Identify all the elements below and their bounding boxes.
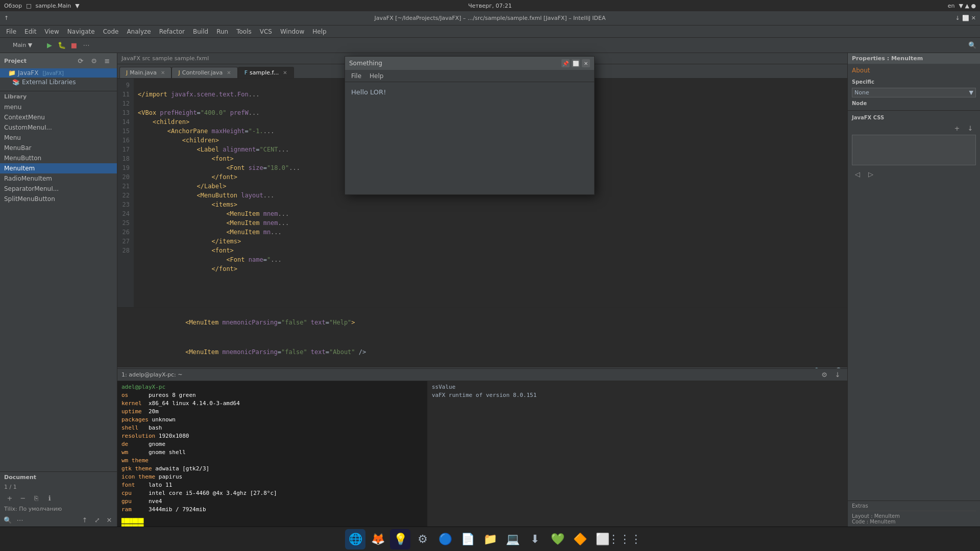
doc-remove-icon[interactable]: − <box>17 492 29 504</box>
dropdown-value: None <box>854 89 869 96</box>
tab-samplefxml[interactable]: F sample.f... ✕ <box>238 67 294 78</box>
floating-dialog: Something 📌 ⬜ ✕ File Help Hello LOR! <box>345 56 595 195</box>
doc-up-icon[interactable]: ↑ <box>79 514 90 525</box>
lib-menu[interactable]: menu <box>0 102 117 112</box>
tab-label-ctrl: Controller.java <box>182 69 223 76</box>
taskbar-orange-icon[interactable]: 🔶 <box>570 529 590 549</box>
menu-vcs[interactable]: VCS <box>256 27 276 36</box>
project-more-icon[interactable]: ≡ <box>102 55 113 66</box>
doc-info-icon[interactable]: ℹ <box>44 492 55 504</box>
project-sync-icon[interactable]: ⟳ <box>75 55 86 66</box>
toolbar-run-config[interactable]: Main ▼ <box>2 40 43 51</box>
library-content: menu ContextMenu CustomMenuI... Menu Men… <box>0 102 117 204</box>
taskbar-terminal-icon[interactable]: 💻 <box>502 529 523 549</box>
tab-close-2[interactable]: ✕ <box>283 70 287 76</box>
lib-radiomenuitem[interactable]: RadioMenuItem <box>0 173 117 184</box>
css-input-area[interactable] <box>852 135 976 165</box>
doc-copy-icon[interactable]: ⎘ <box>31 492 42 504</box>
terminal-settings-icon[interactable]: ⚙ <box>819 369 830 381</box>
menu-edit[interactable]: Edit <box>20 27 40 36</box>
taskbar-idea-icon[interactable]: 💡 <box>390 529 410 549</box>
menu-analyze[interactable]: Analyze <box>122 27 155 36</box>
taskbar-circle-icon[interactable]: 🔵 <box>435 529 455 549</box>
tab-close-0[interactable]: ✕ <box>161 70 165 76</box>
doc-search-icon[interactable]: 🔍 <box>2 514 13 525</box>
terminal-pane[interactable]: adel@playX-pc os pureos 8 green kernel x… <box>117 381 428 527</box>
menu-file[interactable]: File <box>2 27 20 36</box>
lib-menubar[interactable]: MenuBar <box>0 143 117 153</box>
menu-view[interactable]: View <box>40 27 63 36</box>
menu-window[interactable]: Window <box>276 27 308 36</box>
toolbar-more-btn[interactable]: ⋯ <box>81 40 92 51</box>
tree-item-javafx[interactable]: 📁 JavaFX [JavaFX] <box>0 68 117 78</box>
menu-refactor[interactable]: Refactor <box>155 27 189 36</box>
taskbar-doc-icon[interactable]: 📄 <box>457 529 478 549</box>
menu-help[interactable]: Help <box>308 27 330 36</box>
taskbar-settings-icon[interactable]: ⚙️ <box>412 529 433 549</box>
term-os-line: os pureos 8 green <box>121 391 423 399</box>
doc-more-icon[interactable]: ⋯ <box>14 514 26 525</box>
lib-menuitem[interactable]: MenuItem <box>0 163 117 173</box>
dialog-help-menu[interactable]: Help <box>365 71 387 81</box>
menu-navigate[interactable]: Navigate <box>63 27 99 36</box>
taskbar-download-icon[interactable]: ⬇️ <box>525 529 545 549</box>
lib-menu2[interactable]: Menu <box>0 133 117 143</box>
css-left-icon[interactable]: ◁ <box>852 168 863 180</box>
taskbar-green-icon[interactable]: 💚 <box>547 529 568 549</box>
menu-code[interactable]: Code <box>99 27 123 36</box>
properties-header: Properties : MenuItem <box>848 53 980 64</box>
tab-controller[interactable]: J Controller.java ✕ <box>172 67 237 78</box>
dialog-maximize-icon[interactable]: ⬜ <box>572 59 580 67</box>
lower-pane-header: 1: adelp@playX-pc: ~ ⚙ ↓ <box>117 369 847 381</box>
menu-build[interactable]: Build <box>189 27 212 36</box>
lib-splitmenubutton[interactable]: SplitMenuButton <box>0 194 117 204</box>
doc-default-label: Tilix: По умолчанию <box>0 505 117 513</box>
lib-separatormenu[interactable]: SeparatorMenuI... <box>0 184 117 194</box>
dialog-message: Hello LOR! <box>351 88 386 96</box>
toolbar-debug-btn[interactable]: 🐛 <box>56 40 67 51</box>
terminal-label[interactable]: 1: adelp@playX-pc: ~ <box>121 371 182 378</box>
toolbar: Main ▼ ▶ 🐛 ■ ⋯ 🔍 <box>0 38 980 53</box>
toolbar-run-btn[interactable]: ▶ <box>44 40 55 51</box>
term-wmtheme-line: wm theme <box>121 457 423 465</box>
css-down-icon[interactable]: ↓ <box>965 122 976 134</box>
project-gear-icon[interactable]: ⚙ <box>88 55 100 66</box>
doc-expand-icon[interactable]: ⤢ <box>91 514 103 525</box>
dialog-file-menu[interactable]: File <box>347 71 365 81</box>
dialog-close-icon[interactable]: ✕ <box>582 59 590 67</box>
minimize-icon[interactable]: ↓ <box>955 15 960 21</box>
taskbar-files-icon[interactable]: 📁 <box>480 529 500 549</box>
taskbar-grid-icon[interactable]: ⋮⋮⋮ <box>615 529 635 549</box>
project-panel: Project ⟳ ⚙ ≡ 📁 JavaFX [JavaFX] 📚 Extern… <box>0 53 117 527</box>
window-menu-arrow[interactable]: ▼ <box>75 3 79 9</box>
system-bar-clock: Четверг, 07:21 <box>468 3 511 9</box>
doc-close-icon[interactable]: ✕ <box>104 514 115 525</box>
tree-item-ext-libs[interactable]: 📚 External Libraries <box>0 78 117 87</box>
language-indicator[interactable]: en <box>948 3 955 9</box>
menu-run[interactable]: Run <box>212 27 232 36</box>
css-right-icon[interactable]: ▷ <box>865 168 876 180</box>
divider <box>848 110 980 111</box>
maximize-icon[interactable]: ⬜ <box>962 15 969 21</box>
lib-custommenu[interactable]: CustomMenuI... <box>0 122 117 133</box>
close-icon[interactable]: ✕ <box>971 15 976 21</box>
taskbar-firefox-icon[interactable]: 🦊 <box>368 529 388 549</box>
menu-tools[interactable]: Tools <box>232 27 256 36</box>
term-gtk-line: gtk theme adwaita [gtk2/3] <box>121 465 423 473</box>
css-add-icon[interactable]: + <box>951 122 963 134</box>
document-actions: + − ⎘ ℹ <box>0 491 117 505</box>
doc-add-icon[interactable]: + <box>4 492 15 504</box>
tab-close-1[interactable]: ✕ <box>227 70 231 76</box>
tab-mainjava[interactable]: J Main.java ✕ <box>119 67 172 78</box>
lib-contextmenu[interactable]: ContextMenu <box>0 112 117 122</box>
taskbar-browser-icon[interactable]: 🌐 <box>345 529 365 549</box>
dialog-pin-icon[interactable]: 📌 <box>561 59 570 67</box>
overview-label[interactable]: Обзор <box>4 3 22 9</box>
toolbar-search-btn[interactable]: 🔍 <box>967 40 978 51</box>
css-actions: + ↓ <box>848 122 980 134</box>
dropdown-field[interactable]: None ▼ <box>852 88 976 97</box>
terminal-split-icon[interactable]: ↓ <box>832 369 843 381</box>
toolbar-stop-btn[interactable]: ■ <box>68 40 80 51</box>
lib-menubutton[interactable]: MenuButton <box>0 153 117 163</box>
lower-content: adel@playX-pc os pureos 8 green kernel x… <box>117 381 847 527</box>
